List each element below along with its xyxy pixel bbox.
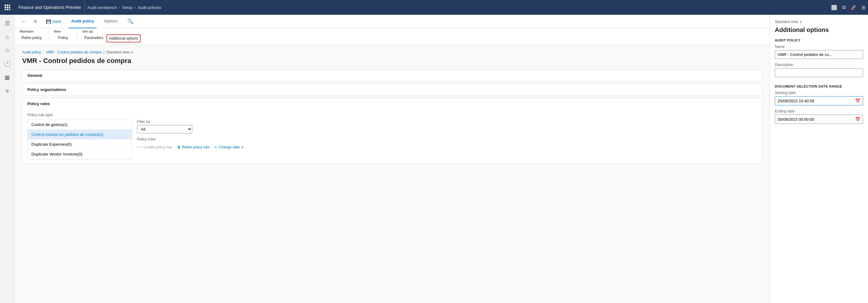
description-input[interactable]: [775, 68, 863, 77]
svg-rect-7: [7, 9, 8, 10]
filter-select[interactable]: All Active Inactive: [137, 125, 192, 133]
additional-options-button[interactable]: Additional options: [106, 34, 141, 42]
breadcrumb: Audit workbench › Setup › Audit policies: [87, 5, 161, 10]
rule-item-3[interactable]: Duplicate Vendor Invoices(0): [28, 149, 132, 159]
section-general-header[interactable]: General: [23, 70, 762, 81]
sidebar-table-icon[interactable]: ▦: [1, 71, 13, 83]
split-icon[interactable]: ⧉: [842, 5, 845, 10]
policy-rules-section: Policy rules Policy rule type: Control d…: [22, 98, 762, 164]
chevron-down-icon: ∨: [799, 20, 802, 24]
create-policy-rule-button[interactable]: + + Create policy rule: [137, 144, 172, 150]
svg-rect-5: [9, 7, 10, 8]
ribbon-group-maintain-label: Maintain: [20, 30, 44, 33]
name-field-label: Name: [775, 44, 863, 49]
sidebar-home-icon[interactable]: ⌂: [1, 31, 13, 43]
rules-layout: Control de gastos(1) Control exceso en p…: [27, 120, 757, 160]
back-button[interactable]: ←: [20, 17, 28, 26]
search-icon[interactable]: 🔍: [127, 19, 133, 24]
name-input[interactable]: [775, 50, 863, 59]
page-view-label[interactable]: Standard view ∨: [106, 50, 133, 55]
save-button[interactable]: 💾 Save: [43, 18, 64, 25]
page-breadcrumb-link[interactable]: Audit policy: [22, 50, 41, 55]
breadcrumb-item-3[interactable]: Audit policies: [138, 5, 161, 10]
content-area: ← ≡ 💾 Save Audit policy Options 🔍 Mainta…: [15, 15, 770, 303]
svg-rect-4: [7, 7, 8, 8]
sidebar-clock-icon[interactable]: 🕐: [1, 58, 13, 70]
refresh-button[interactable]: ≡: [33, 17, 38, 26]
sidebar-star-icon[interactable]: ☆: [1, 44, 13, 57]
starting-date-container[interactable]: 25/09/2023 10:40:59 📅: [775, 96, 863, 105]
launch-icon[interactable]: 🚀: [850, 5, 857, 10]
filter-area: Filter by All Active Inactive Policy rul…: [137, 120, 757, 160]
svg-rect-2: [9, 5, 10, 6]
rule-list: Control de gastos(1) Control exceso en p…: [27, 120, 132, 160]
main-layout: ☰ ⌂ ☆ 🕐 ▦ ≡ ← ≡ 💾 Save Audit policy Opti…: [0, 15, 868, 303]
retire-policy-rule-button[interactable]: 🗑 Retire policy rule: [177, 144, 210, 150]
section-general: General: [22, 70, 762, 81]
page-breadcrumb: Audit policy : VMR - Control pedidos de …: [22, 50, 762, 55]
rule-item-1[interactable]: Control exceso en pedidos de compra(1): [28, 130, 132, 139]
sidebar-menu-icon[interactable]: ☰: [1, 17, 13, 30]
page-title: VMR - Control pedidos de compra: [22, 57, 762, 65]
window-icon[interactable]: ⬜: [831, 5, 837, 10]
pencil-icon: ✏: [214, 145, 217, 149]
page-breadcrumb-record[interactable]: VMR - Control pedidos de compra: [46, 50, 101, 55]
ribbon-groups: Maintain Retire policy New Policy Set up: [20, 30, 765, 42]
ribbon-group-new: New Policy: [54, 30, 78, 42]
filter-by-label: Filter by: [137, 120, 757, 124]
starting-date-value: 25/09/2023 10:40:59: [778, 99, 814, 103]
svg-rect-0: [5, 5, 6, 6]
svg-rect-6: [5, 9, 6, 10]
svg-rect-8: [9, 9, 10, 10]
rule-type-label: Policy rule type:: [27, 113, 757, 117]
plus-icon: +: [137, 145, 139, 149]
retire-policy-button[interactable]: Retire policy: [20, 34, 44, 41]
starting-date-label: Starting date: [775, 91, 863, 95]
change-date-button[interactable]: ✏ Change date ∨: [214, 144, 244, 150]
trash-icon: 🗑: [177, 145, 181, 149]
chevron-down-icon: ∨: [241, 145, 244, 149]
ribbon-new-items: Policy: [54, 34, 72, 41]
ending-date-container[interactable]: 30/09/2023 00:00:00 📅: [775, 114, 863, 124]
app-title: Finance and Operations Preview: [15, 0, 85, 15]
svg-rect-1: [7, 5, 8, 6]
sidebar-list-icon[interactable]: ≡: [1, 85, 13, 97]
save-icon: 💾: [46, 19, 51, 24]
ending-date-value: 30/09/2023 00:00:00: [778, 117, 814, 122]
ribbon-group-setup: Set up Parameters Additional options: [83, 30, 146, 42]
rule-item-2[interactable]: Duplicate Expenses(0): [28, 139, 132, 149]
svg-rect-3: [5, 7, 6, 8]
section-policy-orgs: Policy organizations: [22, 84, 762, 96]
breadcrumb-sep-2: ›: [134, 5, 136, 10]
tab-options[interactable]: Options: [101, 15, 120, 28]
description-field-label: Description: [775, 63, 863, 67]
policy-rules-body: Policy rule type: Control de gastos(1) C…: [23, 109, 762, 163]
ribbon-group-new-label: New: [54, 30, 72, 33]
left-sidebar: ☰ ⌂ ☆ 🕐 ▦ ≡: [0, 15, 15, 303]
ribbon-group-setup-label: Set up: [83, 30, 141, 33]
ribbon-setup-items: Parameters Additional options: [83, 34, 141, 42]
breadcrumb-item-2[interactable]: Setup: [122, 5, 132, 10]
audit-policy-section-label: AUDIT POLICY: [775, 38, 863, 42]
grid-icon[interactable]: ⊞: [862, 5, 866, 10]
policy-rules-sub-label: Policy rules: [137, 137, 757, 141]
tab-audit-policy[interactable]: Audit policy: [69, 15, 96, 28]
topbar: Finance and Operations Preview Audit wor…: [0, 0, 868, 15]
new-policy-button[interactable]: Policy: [54, 34, 72, 41]
ribbon: Maintain Retire policy New Policy Set up: [15, 28, 770, 45]
doc-selection-section-label: DOCUMENT SELECTION DATE RANGE: [775, 85, 863, 88]
save-label: Save: [52, 19, 62, 24]
section-policy-orgs-header[interactable]: Policy organizations: [23, 84, 762, 95]
parameters-button[interactable]: Parameters: [83, 34, 105, 41]
page-content: Audit policy : VMR - Control pedidos de …: [15, 45, 770, 303]
breadcrumb-sep-1: ›: [119, 5, 120, 10]
policy-rules-toolbar: + + Create policy rule 🗑 Retire policy r…: [137, 144, 757, 150]
page-breadcrumb-sep: :: [43, 50, 44, 55]
breadcrumb-item-1[interactable]: Audit workbench: [87, 5, 117, 10]
calendar-icon-end[interactable]: 📅: [855, 117, 860, 122]
apps-icon[interactable]: [2, 2, 12, 12]
rule-item-0[interactable]: Control de gastos(1): [28, 120, 132, 130]
standard-view-toggle[interactable]: Standard view ∨: [775, 20, 863, 24]
policy-rules-header: Policy rules: [23, 98, 762, 109]
calendar-icon-start[interactable]: 📅: [855, 98, 860, 103]
